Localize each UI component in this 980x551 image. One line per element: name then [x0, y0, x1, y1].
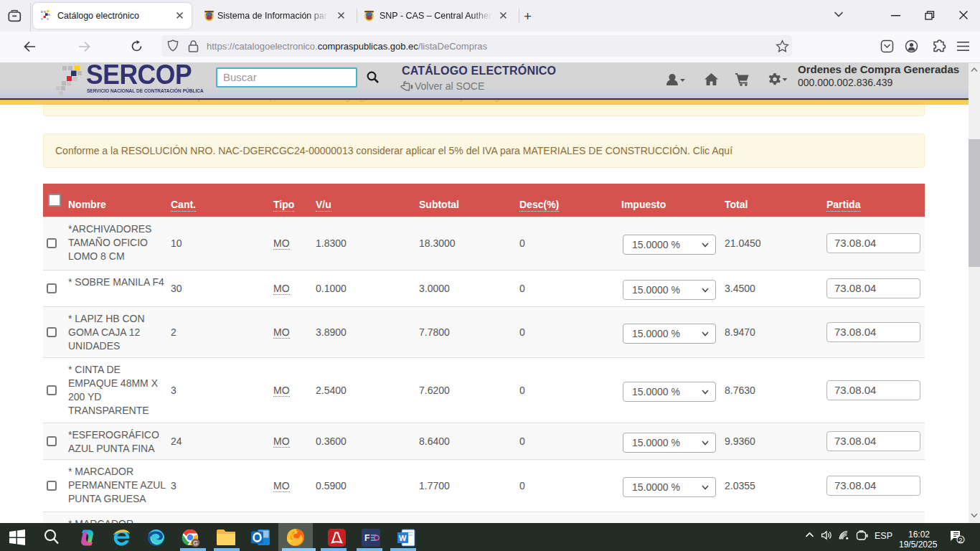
svg-text:G: G [193, 540, 198, 547]
svg-text:F: F [364, 533, 369, 543]
svg-text:W: W [399, 534, 407, 542]
svg-text:2: 2 [958, 536, 962, 544]
